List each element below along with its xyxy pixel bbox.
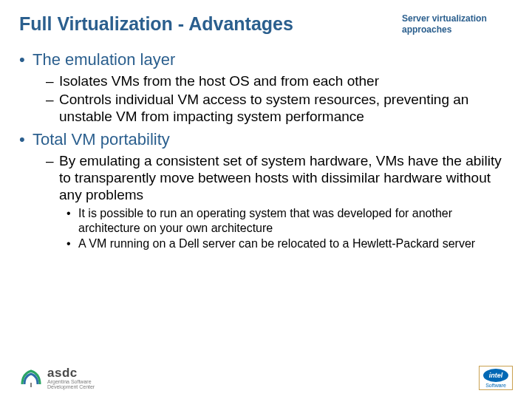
slide-content: The emulation layer Isolates VMs from th… — [0, 41, 532, 251]
svg-rect-0 — [30, 383, 32, 387]
asdc-text: asdc Argentina Software Development Cent… — [47, 366, 95, 390]
asdc-logo-mark — [19, 366, 43, 390]
intel-logo: intel Software — [479, 366, 513, 390]
sub-bullet-controls: Controls individual VM access to system … — [19, 91, 513, 125]
subsub-list-portability: It is possible to run an operating syste… — [19, 206, 513, 251]
asdc-sub1: Argentina Software — [47, 379, 95, 385]
bullet-portability: Total VM portability — [19, 130, 513, 149]
sub-bullet-emulating: By emulating a consistent set of system … — [19, 152, 513, 204]
subsub-bullet-architecture: It is possible to run an operating syste… — [19, 206, 513, 235]
slide-subtitle: Server virtualization approaches — [402, 13, 513, 35]
sub-list-emulation: Isolates VMs from the host OS and from e… — [19, 72, 513, 126]
asdc-name: asdc — [47, 366, 95, 379]
sub-bullet-isolates: Isolates VMs from the host OS and from e… — [19, 72, 513, 89]
bullet-emulation-layer: The emulation layer — [19, 50, 513, 69]
asdc-sub2: Development Center — [47, 384, 95, 390]
slide-header: Full Virtualization - Advantages Server … — [0, 0, 532, 41]
sub-list-portability: By emulating a consistent set of system … — [19, 152, 513, 251]
asdc-logo: asdc Argentina Software Development Cent… — [19, 366, 95, 390]
intel-sub: Software — [485, 383, 506, 388]
slide-title: Full Virtualization - Advantages — [19, 13, 293, 35]
slide-footer: asdc Argentina Software Development Cent… — [0, 366, 532, 390]
intel-brand: intel — [489, 372, 503, 379]
intel-oval-icon: intel — [483, 369, 508, 382]
subsub-bullet-dell-hp: A VM running on a Dell server can be rel… — [19, 236, 513, 251]
